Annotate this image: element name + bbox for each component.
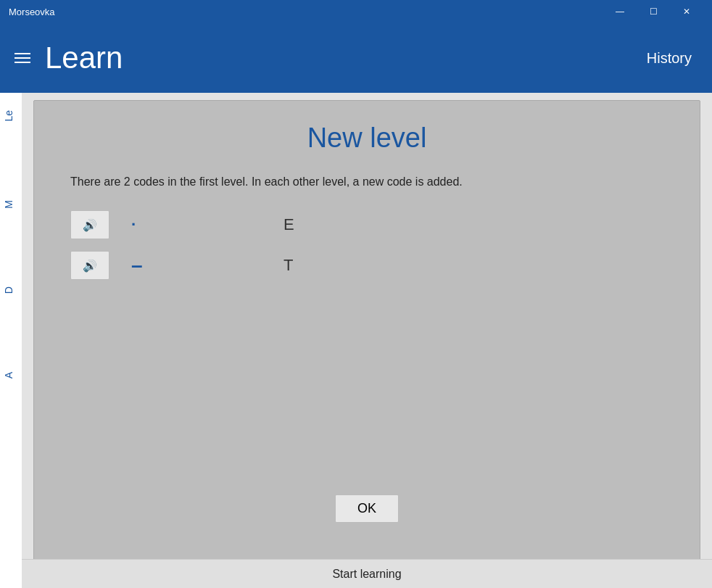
sound-icon-e: 🔊 [83, 218, 97, 232]
minimize-button[interactable]: — [603, 0, 637, 23]
app-bar: Learn History [0, 23, 712, 93]
sidebar-item-m[interactable]: M [0, 197, 22, 212]
hamburger-line-1 [15, 53, 30, 54]
main-content: Le M D A New level There are 2 codes in … [0, 93, 712, 588]
hamburger-line-3 [15, 62, 30, 63]
sound-icon-t: 🔊 [83, 259, 97, 273]
new-level-dialog: New level There are 2 codes in the first… [33, 100, 700, 564]
hamburger-line-2 [15, 57, 30, 59]
morse-row-t: 🔊 – T [70, 251, 312, 280]
sidebar-item-d[interactable]: D [0, 283, 22, 297]
maximize-button[interactable]: ☐ [637, 0, 670, 23]
sound-button-e[interactable]: 🔊 [70, 210, 109, 239]
window-controls: — ☐ ✕ [603, 0, 703, 23]
dialog-backdrop: New level There are 2 codes in the first… [22, 93, 712, 588]
dialog-title: New level [307, 123, 427, 154]
app-title-bar: Morseovka [9, 7, 55, 17]
bottom-bar: Start learning [22, 559, 712, 588]
sound-button-t[interactable]: 🔊 [70, 251, 109, 280]
dialog-description: There are 2 codes in the first level. In… [70, 175, 463, 189]
morse-symbol-t: – [131, 254, 175, 277]
app-bar-left: Learn [12, 41, 123, 75]
ok-button[interactable]: OK [335, 494, 399, 523]
morse-letter-t: T [283, 256, 312, 275]
sidebar-item-a[interactable]: A [0, 369, 22, 381]
history-button[interactable]: History [641, 47, 697, 70]
sidebar-item-le[interactable]: Le [0, 107, 22, 125]
close-button[interactable]: ✕ [670, 0, 703, 23]
hamburger-button[interactable] [12, 50, 33, 66]
app-title: Learn [45, 41, 123, 75]
morse-row-e: 🔊 · E [70, 210, 312, 239]
start-learning-button[interactable]: Start learning [332, 568, 401, 581]
title-bar: Morseovka — ☐ ✕ [0, 0, 712, 23]
sidebar: Le M D A [0, 93, 22, 588]
morse-symbol-e: · [131, 215, 175, 234]
dialog-area: New level There are 2 codes in the first… [22, 93, 712, 588]
morse-letter-e: E [283, 215, 312, 234]
